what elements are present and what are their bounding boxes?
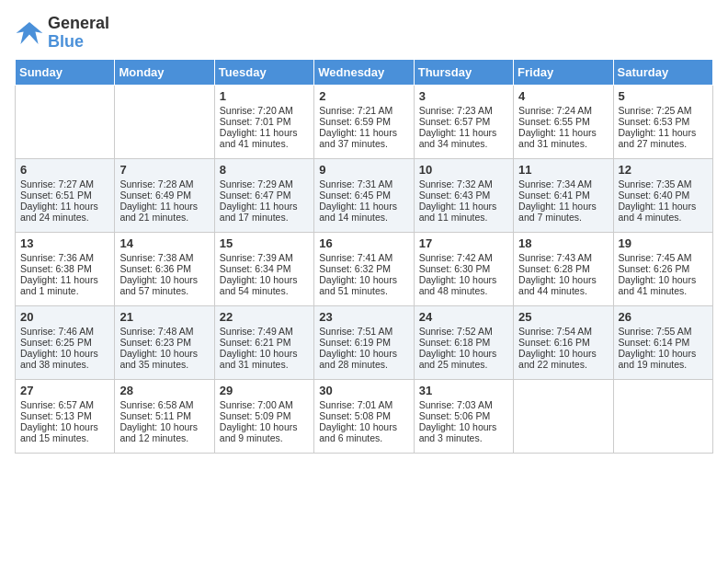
- cell-info: Sunset: 6:43 PM: [419, 190, 508, 201]
- calendar-cell: 25Sunrise: 7:54 AMSunset: 6:16 PMDayligh…: [514, 305, 613, 379]
- cell-info: Sunset: 6:14 PM: [619, 337, 708, 348]
- cell-info: Sunrise: 7:28 AM: [119, 178, 209, 190]
- cell-info: Sunset: 5:13 PM: [20, 410, 109, 421]
- calendar-cell: 17Sunrise: 7:42 AMSunset: 6:30 PMDayligh…: [414, 232, 513, 305]
- cell-info: Sunset: 6:28 PM: [518, 263, 608, 274]
- calendar-cell: 14Sunrise: 7:38 AMSunset: 6:36 PMDayligh…: [115, 232, 214, 305]
- day-number: 17: [419, 236, 508, 250]
- cell-info: Sunrise: 7:41 AM: [319, 252, 408, 263]
- cell-info: Sunset: 5:09 PM: [220, 410, 309, 421]
- calendar-cell: 29Sunrise: 7:00 AMSunset: 5:09 PMDayligh…: [214, 379, 313, 453]
- calendar-cell: 9Sunrise: 7:31 AMSunset: 6:45 PMDaylight…: [314, 158, 414, 232]
- cell-info: Daylight: 11 hours and 37 minutes.: [319, 127, 408, 149]
- cell-info: Daylight: 11 hours and 4 minutes.: [619, 201, 708, 223]
- cell-info: Daylight: 10 hours and 12 minutes.: [119, 421, 209, 443]
- day-number: 30: [319, 384, 408, 397]
- cell-info: Daylight: 10 hours and 28 minutes.: [319, 348, 408, 370]
- cell-info: Sunrise: 7:54 AM: [518, 326, 608, 337]
- calendar-cell: [16, 85, 115, 158]
- cell-info: Sunset: 5:08 PM: [319, 410, 408, 421]
- cell-info: Daylight: 10 hours and 38 minutes.: [20, 348, 109, 370]
- cell-info: Sunset: 5:11 PM: [119, 410, 209, 421]
- calendar-cell: [613, 379, 712, 453]
- cell-info: Sunset: 6:25 PM: [20, 337, 109, 348]
- day-number: 25: [518, 310, 608, 324]
- calendar-cell: 12Sunrise: 7:35 AMSunset: 6:40 PMDayligh…: [613, 158, 712, 232]
- cell-info: Sunrise: 7:24 AM: [518, 105, 608, 116]
- cell-info: Sunset: 6:41 PM: [518, 190, 608, 201]
- calendar-cell: 11Sunrise: 7:34 AMSunset: 6:41 PMDayligh…: [514, 158, 613, 232]
- calendar-cell: 19Sunrise: 7:45 AMSunset: 6:26 PMDayligh…: [613, 232, 712, 305]
- cell-info: Sunrise: 7:45 AM: [619, 252, 708, 263]
- day-number: 9: [319, 163, 408, 177]
- cell-info: Sunset: 6:16 PM: [518, 337, 608, 348]
- cell-info: Daylight: 10 hours and 15 minutes.: [20, 421, 109, 443]
- calendar-cell: 21Sunrise: 7:48 AMSunset: 6:23 PMDayligh…: [115, 305, 214, 379]
- column-header-saturday: Saturday: [613, 59, 712, 85]
- cell-info: Daylight: 11 hours and 34 minutes.: [419, 127, 508, 149]
- day-number: 11: [518, 163, 608, 177]
- day-number: 28: [119, 384, 209, 397]
- cell-info: Sunset: 6:19 PM: [319, 337, 408, 348]
- cell-info: Sunset: 6:21 PM: [220, 337, 309, 348]
- logo-icon: [15, 18, 44, 48]
- cell-info: Sunset: 6:26 PM: [619, 263, 708, 274]
- calendar-cell: 20Sunrise: 7:46 AMSunset: 6:25 PMDayligh…: [16, 305, 115, 379]
- calendar-cell: 8Sunrise: 7:29 AMSunset: 6:47 PMDaylight…: [214, 158, 313, 232]
- cell-info: Daylight: 11 hours and 41 minutes.: [220, 127, 309, 149]
- cell-info: Daylight: 11 hours and 14 minutes.: [319, 201, 408, 223]
- column-header-sunday: Sunday: [16, 59, 115, 85]
- calendar-cell: 23Sunrise: 7:51 AMSunset: 6:19 PMDayligh…: [314, 305, 414, 379]
- cell-info: Daylight: 10 hours and 19 minutes.: [619, 348, 708, 370]
- cell-info: Daylight: 10 hours and 6 minutes.: [319, 421, 408, 443]
- cell-info: Sunrise: 7:38 AM: [119, 252, 209, 263]
- cell-info: Sunset: 6:57 PM: [419, 116, 508, 127]
- cell-info: Sunset: 6:40 PM: [619, 190, 708, 201]
- calendar-cell: 26Sunrise: 7:55 AMSunset: 6:14 PMDayligh…: [613, 305, 712, 379]
- cell-info: Daylight: 10 hours and 51 minutes.: [319, 274, 408, 296]
- day-number: 2: [319, 89, 408, 103]
- cell-info: Daylight: 11 hours and 7 minutes.: [518, 201, 608, 223]
- cell-info: Sunrise: 6:57 AM: [20, 399, 109, 410]
- cell-info: Sunrise: 6:58 AM: [119, 399, 209, 410]
- cell-info: Daylight: 10 hours and 3 minutes.: [419, 421, 508, 443]
- cell-info: Sunset: 6:45 PM: [319, 190, 408, 201]
- cell-info: Sunset: 6:51 PM: [20, 190, 109, 201]
- day-number: 13: [20, 236, 109, 250]
- cell-info: Sunset: 7:01 PM: [220, 116, 309, 127]
- day-number: 12: [619, 163, 708, 177]
- cell-info: Sunrise: 7:21 AM: [319, 105, 408, 116]
- cell-info: Sunrise: 7:20 AM: [220, 105, 309, 116]
- calendar-cell: 1Sunrise: 7:20 AMSunset: 7:01 PMDaylight…: [214, 85, 313, 158]
- day-number: 24: [419, 310, 508, 324]
- calendar-cell: 4Sunrise: 7:24 AMSunset: 6:55 PMDaylight…: [514, 85, 613, 158]
- column-header-friday: Friday: [514, 59, 613, 85]
- day-number: 1: [220, 89, 309, 103]
- cell-info: Sunset: 6:49 PM: [119, 190, 209, 201]
- day-number: 31: [419, 384, 508, 397]
- cell-info: Sunrise: 7:03 AM: [419, 399, 508, 410]
- cell-info: Daylight: 11 hours and 1 minute.: [20, 274, 109, 296]
- day-number: 20: [20, 310, 109, 324]
- day-number: 15: [220, 236, 309, 250]
- calendar-cell: 22Sunrise: 7:49 AMSunset: 6:21 PMDayligh…: [214, 305, 313, 379]
- calendar-cell: [115, 85, 214, 158]
- day-number: 16: [319, 236, 408, 250]
- cell-info: Sunset: 6:23 PM: [119, 337, 209, 348]
- logo: General Blue: [15, 15, 109, 52]
- cell-info: Sunrise: 7:39 AM: [220, 252, 309, 263]
- calendar-cell: 27Sunrise: 6:57 AMSunset: 5:13 PMDayligh…: [16, 379, 115, 453]
- cell-info: Daylight: 10 hours and 57 minutes.: [119, 274, 209, 296]
- cell-info: Sunrise: 7:36 AM: [20, 252, 109, 263]
- cell-info: Sunrise: 7:25 AM: [619, 105, 708, 116]
- day-number: 19: [619, 236, 708, 250]
- cell-info: Sunrise: 7:48 AM: [119, 326, 209, 337]
- cell-info: Daylight: 11 hours and 31 minutes.: [518, 127, 608, 149]
- cell-info: Sunset: 6:53 PM: [619, 116, 708, 127]
- calendar-cell: 10Sunrise: 7:32 AMSunset: 6:43 PMDayligh…: [414, 158, 513, 232]
- cell-info: Sunrise: 7:51 AM: [319, 326, 408, 337]
- column-header-thursday: Thursday: [414, 59, 513, 85]
- day-number: 10: [419, 163, 508, 177]
- cell-info: Sunrise: 7:29 AM: [220, 178, 309, 190]
- cell-info: Daylight: 11 hours and 11 minutes.: [419, 201, 508, 223]
